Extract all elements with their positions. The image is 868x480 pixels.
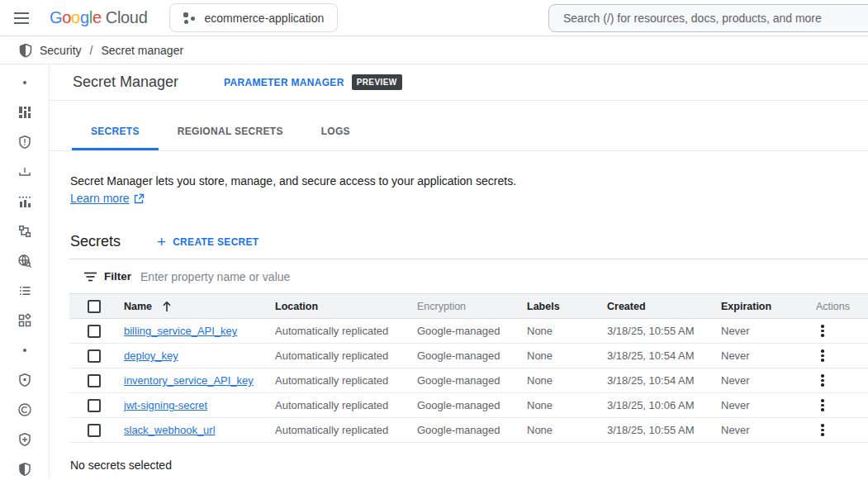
left-nav bbox=[0, 64, 50, 479]
tab-secrets[interactable]: SECRETS bbox=[72, 114, 159, 150]
tab-regional-secrets[interactable]: REGIONAL SECRETS bbox=[159, 114, 302, 150]
tab-bar: SECRETS REGIONAL SECRETS LOGS bbox=[50, 101, 868, 151]
row-actions-menu[interactable] bbox=[817, 349, 828, 362]
preview-badge: PREVIEW bbox=[352, 74, 402, 90]
row-actions-menu[interactable] bbox=[817, 424, 828, 436]
col-header-location: Location bbox=[275, 301, 417, 312]
breadcrumb-separator: / bbox=[90, 44, 93, 57]
cell-encryption: Google-managed bbox=[417, 374, 527, 387]
col-header-labels: Labels bbox=[527, 301, 607, 312]
table-row: jwt-signing-secret Automatically replica… bbox=[69, 393, 868, 418]
nav-web-scan-icon[interactable] bbox=[0, 246, 49, 276]
menu-icon[interactable] bbox=[14, 9, 29, 27]
cell-location: Automatically replicated bbox=[275, 374, 417, 387]
sort-ascending-icon[interactable] bbox=[162, 301, 172, 312]
nav-list-icon[interactable] bbox=[0, 276, 49, 306]
google-cloud-logo[interactable]: Google Cloud bbox=[50, 8, 148, 27]
page-title: Secret Manager bbox=[73, 74, 178, 91]
cell-created: 3/18/25, 10:55 AM bbox=[607, 424, 721, 436]
cell-expiration: Never bbox=[721, 399, 816, 411]
cell-expiration: Never bbox=[721, 424, 816, 436]
cell-location: Automatically replicated bbox=[275, 325, 417, 337]
project-icon bbox=[183, 12, 195, 24]
nav-shield-check-icon[interactable] bbox=[0, 365, 49, 395]
nav-overview-grid-icon[interactable] bbox=[0, 97, 49, 127]
secret-name-link[interactable]: inventory_service_API_key bbox=[124, 374, 254, 387]
filter-bar[interactable]: Filter bbox=[69, 259, 868, 294]
cell-labels: None bbox=[527, 349, 607, 362]
col-header-expiration: Expiration bbox=[721, 301, 816, 312]
cell-labels: None bbox=[527, 325, 607, 337]
cell-location: Automatically replicated bbox=[275, 424, 417, 436]
cell-labels: None bbox=[527, 424, 607, 436]
plus-icon: + bbox=[157, 234, 166, 250]
parameter-manager-link[interactable]: PARAMETER MANAGER bbox=[224, 77, 344, 88]
cell-encryption: Google-managed bbox=[417, 325, 527, 337]
project-name: ecommerce-application bbox=[205, 12, 325, 25]
cell-expiration: Never bbox=[721, 349, 816, 362]
project-selector[interactable]: ecommerce-application bbox=[169, 3, 339, 32]
page-header: Secret Manager PARAMETER MANAGER PREVIEW bbox=[50, 64, 868, 101]
cell-labels: None bbox=[527, 399, 607, 411]
nav-workloads-icon[interactable] bbox=[0, 306, 49, 335]
nav-shield-plus-icon[interactable] bbox=[0, 425, 49, 454]
cell-expiration: Never bbox=[721, 325, 816, 337]
table-row: deploy_key Automatically replicated Goog… bbox=[69, 344, 868, 368]
nav-hierarchy-icon[interactable] bbox=[0, 216, 49, 246]
row-checkbox[interactable] bbox=[88, 325, 101, 338]
logo-google-word: Google bbox=[50, 8, 102, 27]
table-row: inventory_service_API_key Automatically … bbox=[69, 368, 868, 393]
row-actions-menu[interactable] bbox=[817, 325, 828, 337]
search-placeholder: Search (/) for resources, docs, products… bbox=[563, 12, 822, 25]
search-input[interactable]: Search (/) for resources, docs, products… bbox=[548, 4, 868, 32]
row-actions-menu[interactable] bbox=[817, 374, 828, 387]
nav-tray-icon[interactable] bbox=[0, 157, 49, 187]
breadcrumb: Security / Secret manager bbox=[0, 36, 868, 64]
security-shield-icon bbox=[18, 43, 33, 58]
cell-created: 3/18/25, 10:06 AM bbox=[607, 399, 721, 411]
row-actions-menu[interactable] bbox=[817, 399, 828, 411]
nav-dot2-icon[interactable] bbox=[0, 335, 49, 365]
cell-labels: None bbox=[527, 374, 607, 387]
cell-location: Automatically replicated bbox=[275, 349, 417, 362]
row-checkbox[interactable] bbox=[88, 349, 101, 363]
table-header-row: Name Location Encryption Labels Created … bbox=[69, 294, 868, 319]
logo-cloud-word: Cloud bbox=[106, 8, 148, 27]
secret-name-link[interactable]: slack_webhook_url bbox=[124, 424, 216, 436]
cell-created: 3/18/25, 10:54 AM bbox=[607, 374, 721, 387]
secret-name-link[interactable]: billing_service_API_key bbox=[124, 325, 237, 337]
secrets-section-header: Secrets + CREATE SECRET bbox=[70, 233, 868, 250]
filter-icon bbox=[84, 272, 97, 282]
breadcrumb-security[interactable]: Security bbox=[40, 44, 82, 57]
select-all-checkbox[interactable] bbox=[88, 300, 101, 313]
secrets-section-title: Secrets bbox=[70, 233, 121, 250]
nav-dot-icon[interactable] bbox=[0, 68, 49, 97]
select-all-cell bbox=[69, 300, 124, 313]
create-secret-button[interactable]: + CREATE SECRET bbox=[157, 234, 259, 250]
col-header-actions: Actions bbox=[816, 301, 868, 312]
selection-status: No secrets selected bbox=[70, 459, 868, 472]
breadcrumb-current: Secret manager bbox=[101, 44, 183, 57]
cell-location: Automatically replicated bbox=[275, 399, 417, 411]
top-bar: Google Cloud ecommerce-application Searc… bbox=[0, 0, 868, 36]
col-header-encryption: Encryption bbox=[417, 301, 527, 312]
nav-compliance-icon[interactable] bbox=[0, 395, 49, 425]
row-checkbox[interactable] bbox=[88, 399, 101, 412]
external-link-icon bbox=[134, 193, 145, 204]
filter-input[interactable] bbox=[140, 270, 868, 283]
nav-chart-icon[interactable] bbox=[0, 187, 49, 216]
tab-logs[interactable]: LOGS bbox=[302, 114, 369, 150]
cell-expiration: Never bbox=[721, 374, 816, 387]
nav-shield-alert-icon[interactable] bbox=[0, 127, 49, 157]
col-header-created: Created bbox=[607, 301, 721, 312]
description-text: Secret Manager lets you store, manage, a… bbox=[70, 173, 868, 189]
nav-shield-half-icon[interactable] bbox=[0, 454, 49, 480]
secrets-table: Filter Name Location Encryption Labels C… bbox=[69, 259, 868, 443]
learn-more-link[interactable]: Learn more bbox=[70, 190, 130, 207]
col-header-name[interactable]: Name bbox=[124, 301, 152, 312]
secret-name-link[interactable]: jwt-signing-secret bbox=[124, 399, 207, 411]
row-checkbox[interactable] bbox=[88, 424, 101, 437]
table-row: slack_webhook_url Automatically replicat… bbox=[69, 418, 868, 443]
row-checkbox[interactable] bbox=[88, 374, 101, 387]
secret-name-link[interactable]: deploy_key bbox=[124, 349, 178, 362]
